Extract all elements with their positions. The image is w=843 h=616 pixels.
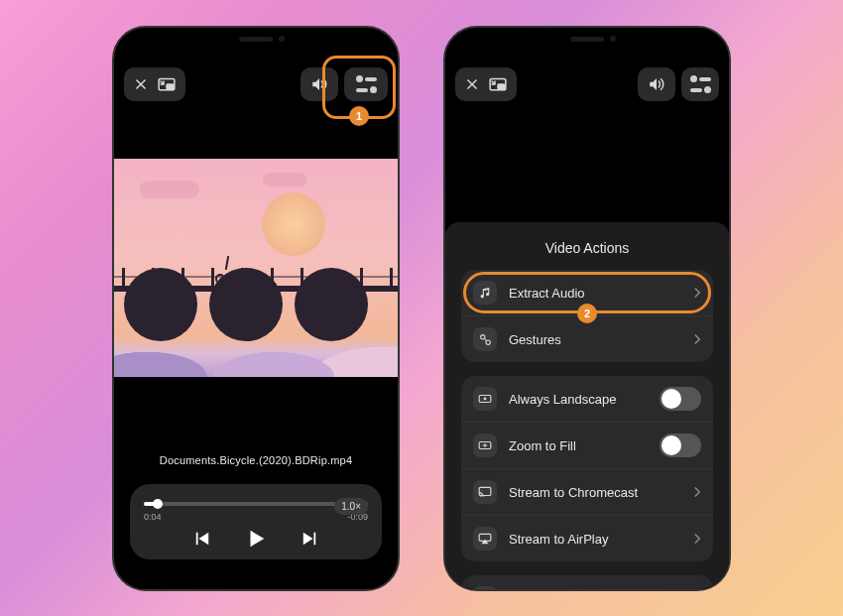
annotation-1-badge: 1 xyxy=(349,106,369,126)
chromecast-icon xyxy=(478,486,492,498)
row-zoom-to-fill[interactable]: Zoom to Fill xyxy=(461,422,713,468)
row-airplay[interactable]: Stream to AirPlay xyxy=(461,515,713,561)
video-actions-sheet: Video Actions 2 Extract Audio xyxy=(445,222,729,589)
row-label: Gestures xyxy=(509,332,681,347)
toggle-zoom-fill[interactable] xyxy=(660,433,701,457)
toggle-always-landscape[interactable] xyxy=(660,387,701,411)
video-frame[interactable] xyxy=(114,159,398,377)
chevron-right-icon xyxy=(693,486,701,498)
next-track-button[interactable] xyxy=(301,531,318,547)
row-label: Zoom to Fill xyxy=(509,438,648,453)
gestures-icon xyxy=(479,333,492,346)
actions-group-1: 2 Extract Audio Gestures xyxy=(461,270,713,362)
row-label: Extract Audio xyxy=(509,286,681,301)
settings-toggles-icon xyxy=(689,75,711,93)
phone-notch xyxy=(201,28,310,50)
svg-point-7 xyxy=(484,398,486,400)
landscape-icon xyxy=(478,394,492,404)
airplay-icon xyxy=(478,533,492,545)
music-note-icon xyxy=(479,287,492,300)
svg-rect-3 xyxy=(498,84,505,89)
row-chromecast[interactable]: Stream to Chromecast xyxy=(461,468,713,515)
video-filename: Documents.Bicycle.(2020).BDRip.mp4 xyxy=(114,454,398,466)
close-icon[interactable] xyxy=(465,77,479,91)
svg-point-4 xyxy=(480,334,484,338)
speaker-icon xyxy=(310,76,328,92)
svg-rect-9 xyxy=(479,487,491,495)
chevron-right-icon xyxy=(693,333,701,345)
actions-group-3: Player Settings xyxy=(461,575,713,589)
actions-group-2: Always Landscape Zoom to Fill Stream to … xyxy=(461,376,713,561)
play-button[interactable] xyxy=(245,528,267,550)
pip-icon[interactable] xyxy=(158,77,176,91)
close-icon[interactable] xyxy=(134,77,148,91)
svg-rect-1 xyxy=(167,84,174,89)
zoom-fill-icon xyxy=(478,440,492,450)
settings-button[interactable] xyxy=(344,67,388,101)
progress-track[interactable]: 1.0× xyxy=(144,502,368,506)
top-left-pill[interactable] xyxy=(124,67,185,101)
row-player-settings[interactable]: Player Settings xyxy=(461,575,713,589)
speed-indicator[interactable]: 1.0× xyxy=(334,498,368,515)
player-controls: 1.0× 0:04 -0:09 xyxy=(130,484,382,559)
phone-actions-sheet: Video Actions 2 Extract Audio xyxy=(443,26,731,591)
prev-track-button[interactable] xyxy=(193,531,211,547)
time-elapsed: 0:04 xyxy=(144,512,162,522)
phone-player: 1 Documents.Bicycle.(2020).BDRip. xyxy=(112,26,400,591)
sheet-title: Video Actions xyxy=(461,240,713,256)
volume-button[interactable] xyxy=(301,67,338,101)
chevron-right-icon xyxy=(693,287,701,299)
chevron-right-icon xyxy=(693,533,701,545)
settings-button[interactable] xyxy=(681,67,719,101)
row-always-landscape[interactable]: Always Landscape xyxy=(461,376,713,422)
speaker-icon xyxy=(648,76,665,92)
annotation-2-badge: 2 xyxy=(577,304,597,323)
row-label: Always Landscape xyxy=(509,392,648,407)
svg-point-5 xyxy=(486,340,490,344)
progress-thumb[interactable] xyxy=(153,499,163,509)
pip-icon[interactable] xyxy=(489,77,507,91)
bicycle-illustration xyxy=(215,254,241,284)
row-label: Stream to AirPlay xyxy=(509,532,681,547)
phone-notch xyxy=(533,28,642,50)
row-label: Stream to Chromecast xyxy=(509,485,681,500)
settings-toggles-icon xyxy=(355,75,377,93)
top-left-pill[interactable] xyxy=(455,67,517,101)
volume-button[interactable] xyxy=(638,67,675,101)
player-topbar xyxy=(114,67,398,101)
player-topbar xyxy=(445,67,729,101)
